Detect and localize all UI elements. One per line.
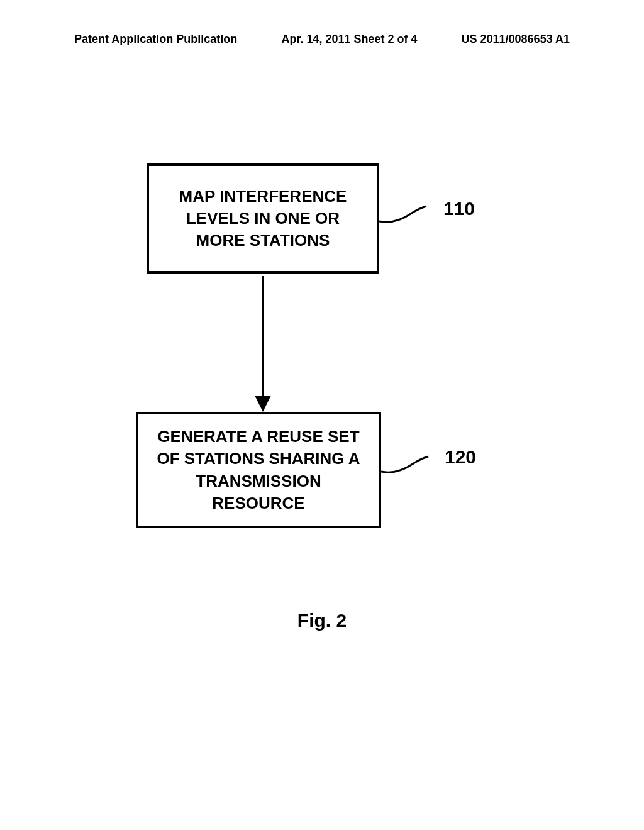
arrow-connector-head	[255, 396, 271, 412]
flowchart-step-2-text: GENERATE A REUSE SET OF STATIONS SHARING…	[151, 426, 366, 514]
page-header: Patent Application Publication Apr. 14, …	[0, 33, 644, 46]
reference-label-120: 120	[445, 446, 476, 468]
header-publication-number: US 2011/0086653 A1	[462, 33, 570, 46]
callout-curve-110	[379, 202, 430, 230]
flowchart-step-1: MAP INTERFERENCE LEVELS IN ONE OR MORE S…	[147, 163, 379, 274]
flowchart-step-2: GENERATE A REUSE SET OF STATIONS SHARING…	[136, 412, 381, 528]
reference-label-110: 110	[443, 198, 475, 219]
flowchart-diagram: MAP INTERFERENCE LEVELS IN ONE OR MORE S…	[0, 163, 644, 667]
arrow-connector-line	[262, 276, 264, 401]
header-date-sheet: Apr. 14, 2011 Sheet 2 of 4	[281, 33, 417, 46]
figure-caption: Fig. 2	[0, 610, 644, 631]
callout-curve-120	[381, 453, 431, 480]
flowchart-step-1-text: MAP INTERFERENCE LEVELS IN ONE OR MORE S…	[162, 185, 364, 252]
header-publication-type: Patent Application Publication	[74, 33, 237, 46]
